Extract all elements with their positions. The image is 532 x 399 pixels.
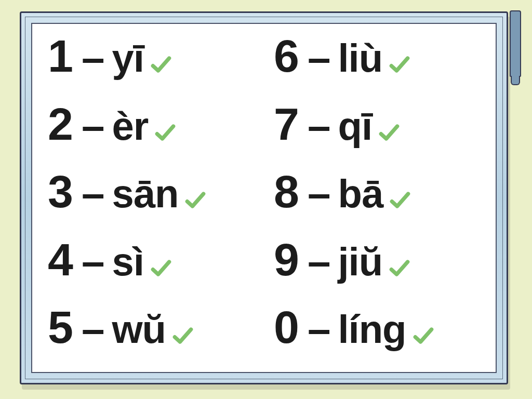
row-4: 4 – sì	[48, 237, 259, 299]
pinyin-label: sān	[112, 174, 178, 214]
check-icon	[388, 256, 411, 280]
number-label: 7	[274, 101, 298, 147]
row-7: 7 – qī	[274, 101, 485, 164]
number-label: 2	[48, 101, 72, 147]
row-8: 8 – bā	[274, 169, 485, 231]
dash: –	[82, 172, 105, 214]
number-label: 5	[48, 304, 72, 350]
number-label: 4	[48, 237, 72, 283]
check-icon	[153, 121, 177, 144]
check-icon	[411, 324, 435, 348]
row-3: 3 – sān	[48, 169, 259, 231]
dash: –	[308, 241, 331, 282]
right-column: 6 – liù 7 – qī 8 – bā	[259, 33, 485, 367]
number-label: 1	[48, 33, 72, 79]
pinyin-label: èr	[112, 107, 148, 146]
pinyin-label: liù	[338, 38, 382, 78]
row-0: 0 – líng	[274, 304, 485, 367]
row-9: 9 – jiŭ	[274, 237, 485, 299]
pinyin-label: jiŭ	[338, 242, 382, 282]
whiteboard-surface: 1 – yī 2 – èr 3 – sān	[31, 23, 497, 373]
pinyin-label: qī	[338, 107, 372, 146]
dash: –	[82, 308, 105, 350]
pinyin-label: yī	[112, 38, 143, 78]
pinyin-label: wŭ	[112, 310, 166, 349]
number-label: 9	[274, 237, 298, 283]
dash: –	[82, 37, 105, 78]
marker-body	[510, 10, 521, 77]
check-icon	[183, 188, 207, 212]
check-icon	[377, 121, 401, 144]
page-background: 1 – yī 2 – èr 3 – sān	[0, 0, 532, 399]
pinyin-label: líng	[338, 310, 406, 349]
left-column: 1 – yī 2 – èr 3 – sān	[48, 33, 259, 367]
marker-cap	[511, 76, 520, 85]
pinyin-label: sì	[112, 242, 143, 282]
marker-pen	[510, 10, 522, 88]
dash: –	[82, 105, 105, 147]
dash: –	[308, 37, 331, 78]
number-label: 6	[274, 33, 298, 79]
number-list: 1 – yī 2 – èr 3 – sān	[32, 24, 496, 372]
check-icon	[149, 52, 173, 76]
dash: –	[308, 308, 331, 350]
row-1: 1 – yī	[48, 33, 259, 96]
check-icon	[388, 188, 412, 212]
dash: –	[308, 172, 331, 214]
number-label: 0	[274, 304, 298, 350]
check-icon	[149, 256, 173, 280]
row-2: 2 – èr	[48, 101, 259, 164]
check-icon	[388, 52, 411, 76]
row-6: 6 – liù	[274, 33, 485, 96]
number-label: 8	[274, 169, 298, 215]
number-label: 3	[48, 169, 72, 215]
row-5: 5 – wŭ	[48, 304, 259, 367]
dash: –	[82, 241, 105, 282]
check-icon	[171, 324, 195, 348]
pinyin-label: bā	[338, 174, 383, 214]
dash: –	[308, 105, 331, 147]
